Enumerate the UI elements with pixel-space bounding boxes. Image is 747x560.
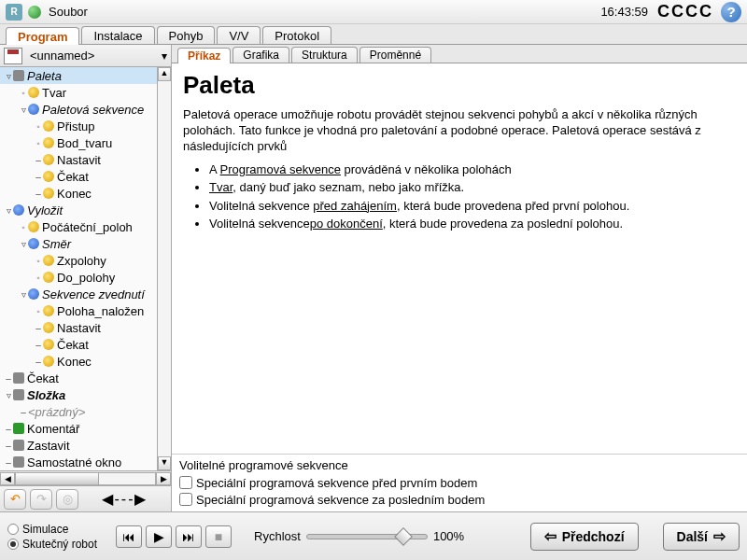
maintab-v/v[interactable]: V/V (217, 26, 261, 44)
tree-node[interactable]: –Čekat (0, 168, 157, 185)
node-label: Komentář (27, 422, 79, 436)
node-label: Zastavit (27, 439, 70, 453)
bullet-4: Volitelná sekvencepo dokončení, která bu… (209, 215, 736, 233)
tree-node[interactable]: –Konec (0, 353, 157, 370)
node-icon (28, 104, 39, 115)
node-icon (43, 171, 54, 182)
bullet-3: Volitelná sekvence před zahájením, která… (209, 197, 736, 216)
maintab-pohyb[interactable]: Pohyb (157, 26, 216, 44)
tree-node[interactable]: –Čekat (0, 370, 157, 386)
opts-header: Volitelné programové sekvence (179, 458, 740, 472)
node-icon (28, 238, 39, 249)
scroll-up-icon[interactable]: ▲ (158, 67, 171, 81)
node-label: Nastavit (57, 153, 101, 167)
undo-button[interactable]: ↶ (4, 489, 26, 510)
node-label: Nastavit (57, 321, 101, 335)
help-button[interactable]: ? (721, 2, 741, 22)
node-icon (13, 423, 24, 434)
stop-button[interactable]: ■ (205, 525, 232, 548)
tree-node[interactable]: –Samostatné okno (0, 454, 157, 470)
content-title: Paleta (183, 71, 736, 100)
content-description: Paletová operace umožňuje robotu provádě… (183, 107, 736, 155)
node-icon (28, 221, 39, 232)
tree-hscroll[interactable]: ◀ ▶ (0, 470, 171, 485)
node-label: Směr (42, 237, 71, 251)
node-icon (13, 372, 24, 384)
scroll-left-icon[interactable]: ◀ (0, 472, 15, 485)
simulation-radio[interactable]: Simulace (7, 523, 97, 536)
maintab-protokol[interactable]: Protokol (262, 26, 331, 44)
node-label: Čekat (57, 338, 89, 352)
tree-vscroll[interactable]: ▲ ▼ (157, 67, 171, 470)
node-icon (43, 154, 54, 165)
play-button[interactable]: ▶ (146, 525, 172, 548)
left-panel: <unnamed> ▾ ▿Paleta◦Tvar▿Paletová sekven… (0, 45, 172, 511)
tree-node[interactable]: ◦Poloha_naložen (0, 302, 157, 319)
tree-node[interactable]: ◦Počáteční_poloh (0, 218, 157, 235)
target-button[interactable]: ◎ (56, 489, 78, 510)
subtab-příkaz[interactable]: Příkaz (177, 48, 231, 63)
node-label: Paletová sekvence (42, 103, 144, 117)
maintab-program[interactable]: Program (6, 27, 79, 45)
tree-node[interactable]: ▿Paleta (0, 67, 157, 84)
next-button[interactable]: Další (663, 523, 740, 551)
subtab-grafika[interactable]: Grafika (233, 47, 289, 63)
skip-back-button[interactable]: ⏮ (116, 525, 142, 548)
tree-node[interactable]: ▿Sekvence zvednutí (0, 286, 157, 302)
node-icon (43, 137, 54, 148)
tree-node[interactable]: –Zastavit (0, 437, 157, 454)
speed-control: Rychlost 100% (254, 529, 464, 543)
opt-before-checkbox[interactable]: Speciální programová sekvence před první… (179, 474, 740, 491)
scroll-right-icon[interactable]: ▶ (156, 472, 171, 485)
node-icon (13, 204, 24, 216)
tree-node[interactable]: –Čekat (0, 336, 157, 353)
tree-node[interactable]: –Komentář (0, 420, 157, 437)
tree-node[interactable]: ▿Složka (0, 386, 157, 403)
scroll-down-icon[interactable]: ▼ (158, 456, 171, 470)
tree-node[interactable]: –Konec (0, 185, 157, 202)
optional-sequences: Volitelné programové sekvence Speciální … (172, 454, 747, 511)
node-icon (43, 356, 54, 367)
previous-button[interactable]: Předchozí (530, 523, 639, 551)
tree-node[interactable]: –Nastavit (0, 319, 157, 336)
tree-node[interactable]: ◦Do_polohy (0, 269, 157, 286)
tree-node[interactable]: –<prázdný> (0, 403, 157, 420)
real-robot-radio[interactable]: Skutečný robot (7, 538, 97, 551)
clock: 16:43:59 (600, 5, 648, 19)
maintab-instalace[interactable]: Instalace (81, 26, 154, 44)
tree-node[interactable]: ◦Bod_tvaru (0, 134, 157, 151)
node-icon (13, 389, 24, 400)
file-menu[interactable]: Soubor (49, 5, 88, 19)
tree-node[interactable]: ◦Zxpolohy (0, 252, 157, 269)
node-label: Poloha_naložen (57, 304, 144, 318)
opt-after-checkbox[interactable]: Speciální programová sekvence za posledn… (179, 491, 740, 508)
subtab-struktura[interactable]: Struktura (291, 47, 358, 63)
footer: Simulace Skutečný robot ⏮ ▶ ⏭ ■ Rychlost… (0, 511, 747, 560)
skip-fwd-button[interactable]: ⏭ (176, 525, 202, 548)
save-icon[interactable] (4, 48, 22, 64)
command-content: Paleta Paletová operace umožňuje robotu … (172, 63, 747, 454)
subtab-proměnné[interactable]: Proměnné (359, 47, 431, 63)
bullet-1: A Programová sekvence prováděná v několi… (209, 161, 736, 179)
sub-tabs: PříkazGrafikaStrukturaProměnné (172, 45, 747, 63)
program-tree[interactable]: ▿Paleta◦Tvar▿Paletová sekvence◦Přistup◦B… (0, 67, 157, 470)
tree-node[interactable]: –Nastavit (0, 151, 157, 168)
tree-node[interactable]: ◦Přistup (0, 118, 157, 134)
app-logo: R (6, 4, 22, 21)
node-label: Zxpolohy (57, 254, 106, 268)
tree-node[interactable]: ▿Paletová sekvence (0, 101, 157, 118)
program-name[interactable]: <unnamed> (26, 49, 158, 63)
node-label: Přistup (57, 119, 94, 133)
speed-value: 100% (433, 529, 464, 543)
tree-node[interactable]: ◦Tvar (0, 84, 157, 101)
redo-button[interactable]: ↷ (30, 489, 52, 510)
right-panel: PříkazGrafikaStrukturaProměnné Paleta Pa… (172, 45, 747, 511)
node-icon (43, 120, 54, 132)
tree-node[interactable]: ▿Směr (0, 235, 157, 252)
node-label: Do_polohy (57, 271, 115, 285)
move-arrows-icon[interactable]: ◀---▶ (82, 490, 167, 508)
program-dropdown-icon[interactable]: ▾ (158, 49, 171, 63)
node-label: Sekvence zvednutí (42, 287, 145, 301)
speed-slider[interactable] (306, 534, 428, 539)
tree-node[interactable]: ▿Vyložit (0, 202, 157, 218)
